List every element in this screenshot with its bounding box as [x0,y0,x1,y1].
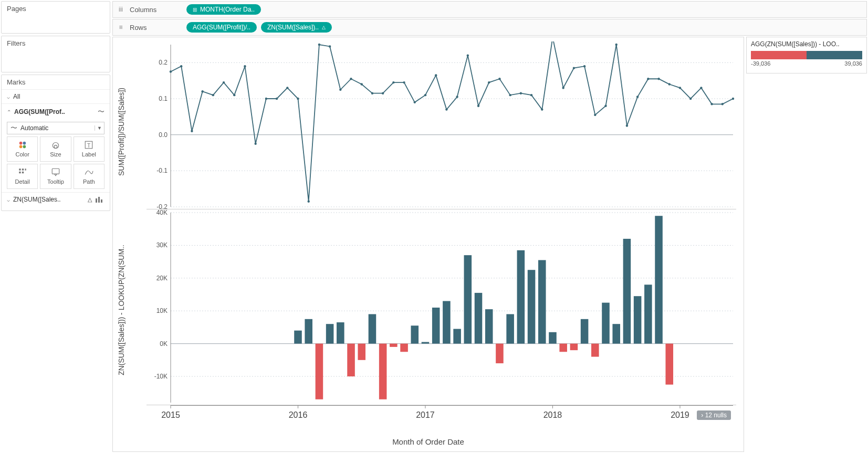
svg-rect-109 [443,301,451,344]
svg-rect-12 [22,172,24,173]
svg-rect-120 [559,344,567,352]
y-axis-title-bar[interactable]: ZN(SUM([Sales])) - LOOKUP(ZN(SUM.. [117,231,126,389]
svg-point-79 [710,103,713,105]
svg-rect-98 [326,324,334,343]
svg-rect-9 [22,168,24,170]
plus-icon: ⊞ [193,7,197,13]
legend-max: 39,036 [844,60,862,67]
marks-all-label: All [13,93,104,100]
svg-rect-97 [316,344,323,399]
svg-rect-96 [305,319,312,344]
marks-size-label: Size [50,151,61,157]
svg-point-55 [456,96,458,98]
y-axis-title-line[interactable]: SUM([Profit])/SUM([Sales]) [117,53,126,210]
rows-icon: ≡ [116,24,126,31]
svg-point-68 [594,114,596,116]
svg-point-50 [403,81,405,83]
label-icon: T [84,141,93,149]
svg-rect-103 [379,344,387,399]
svg-point-59 [498,78,500,80]
columns-icon: iii [116,6,126,13]
svg-rect-130 [665,344,673,385]
columns-shelf[interactable]: iii Columns ⊞ MONTH(Order Da.. [112,1,867,18]
columns-pill-month-order-date[interactable]: ⊞ MONTH(Order Da.. [186,4,261,15]
delta-icon: △ [88,196,92,203]
legend-column: AGG(ZN(SUM([Sales])) - LOO.. -39,036 39,… [746,37,867,452]
svg-rect-126 [623,239,631,344]
svg-point-30 [191,130,193,132]
svg-rect-115 [506,314,514,343]
svg-rect-114 [496,344,504,363]
rows-pill-zn-sales[interactable]: ZN(SUM([Sales]).. △ [261,22,332,33]
viz-wrap: SUM([Profit])/SUM([Sales]) ZN(SUM([Sales… [112,37,867,452]
svg-rect-106 [411,325,419,343]
svg-rect-118 [538,260,546,344]
marks-zn-sales-row[interactable]: ⌵ ZN(SUM([Sales.. △ [2,192,110,206]
svg-text:-0.1: -0.1 [156,167,168,174]
svg-point-58 [488,81,490,83]
marks-color-button[interactable]: Color [7,136,38,162]
svg-rect-14 [96,198,97,203]
line-chart-pane[interactable]: -0.2-0.10.00.10.2 [147,41,736,209]
x-axis-title[interactable]: Month of Order Date [113,437,744,446]
rows-pill-agg-profit[interactable]: AGG(SUM([Profit])/.. [186,22,257,33]
svg-point-81 [732,98,734,100]
svg-rect-125 [612,324,620,343]
line-icon: 〜 [98,107,104,117]
svg-rect-105 [400,344,408,352]
legend-title: AGG(ZN(SUM([Sales])) - LOO.. [751,40,862,48]
svg-point-66 [573,67,575,69]
svg-point-51 [414,101,416,103]
main-area: iii Columns ⊞ MONTH(Order Da.. ≡ Rows AG… [111,0,868,453]
svg-rect-108 [432,308,440,344]
marks-tooltip-button[interactable]: Tooltip [40,164,71,189]
svg-point-40 [297,98,299,100]
filters-title: Filters [2,36,110,50]
marks-buttons: Color Size T Label Detail [2,136,110,189]
svg-text:0.1: 0.1 [159,95,168,102]
filters-shelf[interactable]: Filters [1,36,110,72]
mark-type-select[interactable]: 〜 Automatic ▼ [7,122,104,134]
svg-rect-11 [19,172,20,173]
rows-shelf[interactable]: ≡ Rows AGG(SUM([Profit])/.. ZN(SUM([Sale… [112,19,867,36]
svg-rect-111 [464,255,472,344]
svg-text:40K: 40K [156,209,168,216]
svg-point-36 [254,143,256,145]
svg-point-42 [318,44,320,46]
svg-text:0.0: 0.0 [159,131,168,139]
left-sidebar: Pages Filters Marks ⌵ All ⌃ AGG(SUM([Pro… [0,0,111,453]
svg-point-60 [509,94,511,96]
svg-point-38 [276,98,278,100]
charts-container: -0.2-0.10.00.10.2 -10K0K10K20K30K40K 201… [147,41,736,423]
delta-icon: △ [322,25,326,30]
caret-down-icon: ▼ [95,125,104,131]
color-legend[interactable]: AGG(ZN(SUM([Sales])) - LOO.. -39,036 39,… [746,37,867,73]
svg-point-31 [201,90,203,92]
marks-agg-profit-label: AGG(SUM([Prof.. [14,108,95,115]
viz-card: SUM([Profit])/SUM([Sales]) ZN(SUM([Sales… [112,37,744,452]
chevron-up-icon: ⌃ [7,109,11,115]
svg-text:2016: 2016 [289,410,308,419]
pill-label: ZN(SUM([Sales]).. [267,24,319,31]
bar-icon [95,196,104,203]
svg-rect-116 [517,250,525,344]
marks-label-label: Label [82,151,96,157]
marks-label-button[interactable]: T Label [74,136,104,162]
marks-detail-button[interactable]: Detail [7,164,38,189]
line-icon: 〜 [11,123,17,133]
marks-all-row[interactable]: ⌵ All [2,89,110,103]
marks-path-label: Path [83,178,95,185]
svg-rect-113 [485,309,493,344]
svg-point-52 [424,94,426,96]
pages-shelf[interactable]: Pages [1,1,110,34]
marks-agg-profit-row[interactable]: ⌃ AGG(SUM([Prof.. 〜 [2,103,110,120]
svg-text:2017: 2017 [416,410,435,419]
svg-point-35 [244,65,246,67]
bar-chart-pane[interactable]: -10K0K10K20K30K40K [147,209,736,405]
svg-rect-129 [655,216,663,343]
svg-point-71 [626,124,628,127]
svg-rect-121 [570,344,578,350]
svg-point-70 [615,44,618,46]
marks-size-button[interactable]: Size [40,136,71,162]
marks-path-button[interactable]: Path [74,164,104,189]
